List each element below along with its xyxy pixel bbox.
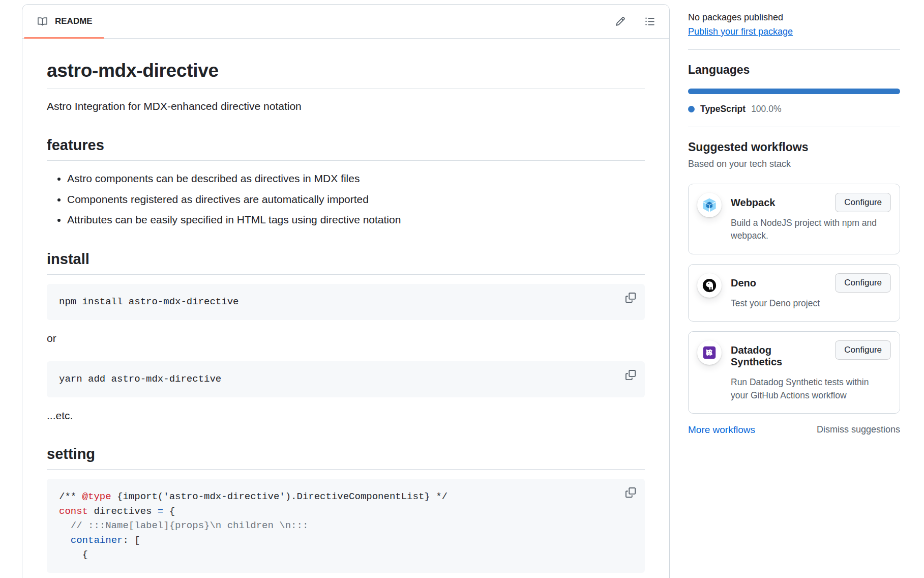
list-item: Attributes can be easily specified in HT… xyxy=(67,211,645,228)
language-bar-typescript xyxy=(688,89,900,94)
configure-button[interactable]: Configure xyxy=(835,273,891,293)
workflows-footer: More workflows Dismiss suggestions xyxy=(688,424,900,436)
outline-list-button[interactable] xyxy=(643,14,657,28)
code-yarn-add: yarn add astro-mdx-directive xyxy=(59,372,633,387)
workflow-description: Run Datadog Synthetic tests within your … xyxy=(731,376,887,402)
active-tab-underline xyxy=(24,37,104,39)
code-block-setting: /** @type {import('astro-mdx-directive')… xyxy=(47,479,645,573)
workflow-card-datadog: Datadog Synthetics Configure Run Datadog… xyxy=(688,331,900,414)
publish-package-link[interactable]: Publish your first package xyxy=(688,26,793,37)
copy-icon[interactable] xyxy=(623,368,638,382)
readme-tab-label: README xyxy=(55,16,93,26)
readme-header-actions xyxy=(613,14,669,28)
code-block-npm: npm install astro-mdx-directive xyxy=(47,284,645,320)
typescript-dot-icon xyxy=(688,106,695,112)
features-heading: features xyxy=(47,136,645,161)
tab-readme[interactable]: README xyxy=(22,5,106,38)
language-percent: 100.0% xyxy=(751,104,781,114)
readme-header: README xyxy=(22,5,669,39)
readme-content: astro-mdx-directive Astro Integration fo… xyxy=(22,39,669,578)
or-text: or xyxy=(47,330,645,346)
readme-card: README astro-mdx-directive Astro Integra… xyxy=(22,4,670,578)
workflows-subheading: Based on your tech stack xyxy=(688,159,900,169)
etc-text: ...etc. xyxy=(47,408,645,424)
workflow-title: Webpack xyxy=(731,197,824,209)
dismiss-suggestions-link[interactable]: Dismiss suggestions xyxy=(817,424,900,435)
repo-description: Astro Integration for MDX-enhanced direc… xyxy=(47,98,645,114)
webpack-icon xyxy=(697,193,722,217)
book-icon xyxy=(36,15,49,28)
packages-status: No packages published xyxy=(688,12,900,23)
copy-icon[interactable] xyxy=(623,291,638,305)
sidebar-divider xyxy=(688,49,900,50)
workflow-title: Deno xyxy=(731,277,824,289)
workflow-description: Build a NodeJS project with npm and webp… xyxy=(731,217,887,243)
edit-readme-button[interactable] xyxy=(613,14,628,28)
list-item: Components registered as directives are … xyxy=(67,191,645,208)
features-list: Astro components can be described as dir… xyxy=(47,170,645,228)
code-block-yarn: yarn add astro-mdx-directive xyxy=(47,361,645,397)
install-heading: install xyxy=(47,250,645,275)
workflow-title: Datadog Synthetics xyxy=(731,344,824,368)
sidebar: No packages published Publish your first… xyxy=(688,0,900,436)
code-line: { xyxy=(59,547,633,562)
workflow-card-deno: Deno Configure Test your Deno project xyxy=(688,264,900,322)
copy-icon[interactable] xyxy=(623,485,638,500)
deno-icon xyxy=(697,273,722,298)
configure-button[interactable]: Configure xyxy=(835,340,891,360)
workflow-card-webpack: Webpack Configure Build a NodeJS project… xyxy=(688,184,900,254)
code-line: container: [ xyxy=(59,533,633,548)
workflow-cards: Webpack Configure Build a NodeJS project… xyxy=(688,184,900,414)
code-line: /** @type {import('astro-mdx-directive')… xyxy=(59,489,633,504)
workflows-heading: Suggested workflows xyxy=(688,140,900,154)
page-title: astro-mdx-directive xyxy=(47,59,645,89)
language-row[interactable]: TypeScript 100.0% xyxy=(688,104,900,114)
more-workflows-link[interactable]: More workflows xyxy=(688,424,755,436)
language-name: TypeScript xyxy=(700,104,746,114)
languages-heading: Languages xyxy=(688,63,900,77)
code-line: const directives = { xyxy=(59,504,633,519)
code-npm-install: npm install astro-mdx-directive xyxy=(59,295,633,309)
sidebar-divider xyxy=(688,127,900,127)
code-line: // :::Name[label]{props}\n children \n::… xyxy=(59,518,633,533)
setting-heading: setting xyxy=(47,445,645,470)
list-item: Astro components can be described as dir… xyxy=(67,170,645,187)
workflow-description: Test your Deno project xyxy=(731,297,887,310)
configure-button[interactable]: Configure xyxy=(835,193,891,212)
datadog-icon xyxy=(697,340,722,365)
